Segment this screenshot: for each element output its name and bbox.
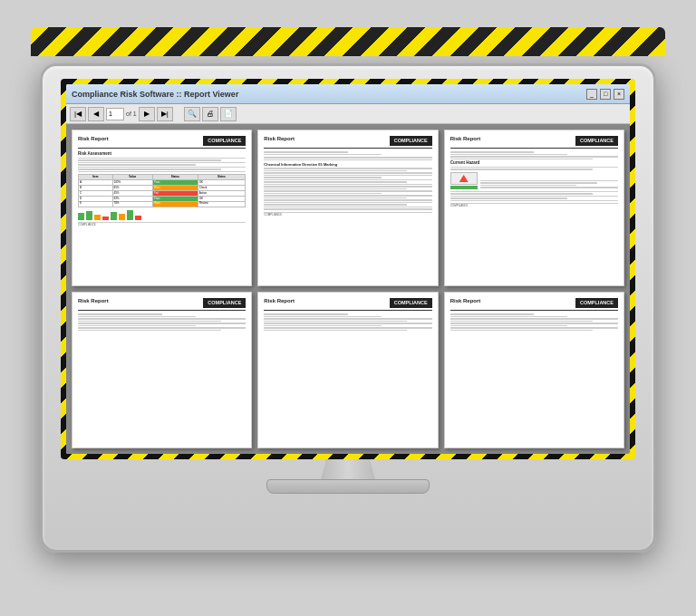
title-bar-controls: _ □ × — [586, 89, 624, 100]
report-body-4 — [78, 313, 246, 444]
maximize-button[interactable]: □ — [600, 89, 611, 100]
monitor-screen: Compliance Risk Software :: Report Viewe… — [66, 84, 630, 454]
report-title-3: Risk Report — [450, 136, 481, 143]
hazard-top-border — [31, 27, 665, 56]
report-title-2: Risk Report — [264, 136, 295, 143]
report-body-5 — [264, 313, 431, 444]
chart-area-3 — [450, 172, 618, 189]
report-table-1: ItemValueStatusNotes A100%PassOK B85%War… — [78, 174, 246, 207]
report-footer-3: COMPLIANCE — [450, 203, 618, 208]
report-footer-2: COMPLIANCE — [264, 212, 431, 217]
report-body-2: Chemical Information Directive 65 Markin… — [264, 151, 431, 282]
report-page-5: Risk Report COMPLIANCE — [257, 292, 438, 448]
report-body-6 — [450, 313, 618, 444]
export-button[interactable]: 📄 — [220, 107, 237, 121]
compliance-badge-1: COMPLIANCE — [203, 136, 246, 146]
report-body-3: Current Hazard — [450, 151, 618, 282]
compliance-badge-3: COMPLIANCE — [575, 136, 618, 146]
close-button[interactable]: × — [614, 89, 624, 100]
compliance-badge-4: COMPLIANCE — [203, 298, 246, 308]
hazard-frame: Compliance Risk Software :: Report Viewe… — [61, 79, 635, 459]
report-header-1: Risk Report COMPLIANCE — [78, 136, 246, 149]
report-header-5: Risk Report COMPLIANCE — [264, 298, 431, 311]
last-page-button[interactable]: ▶| — [157, 107, 173, 121]
app-window: Compliance Risk Software :: Report Viewe… — [66, 84, 630, 454]
report-footer-1: COMPLIANCE — [78, 222, 246, 227]
toolbar: |◀ ◀ of 1 ▶ ▶| 🔍 🖨 📄 — [66, 104, 630, 124]
report-page-2: Risk Report COMPLIANCE Chemical — [257, 130, 438, 286]
report-title-6: Risk Report — [450, 298, 481, 305]
first-page-button[interactable]: |◀ — [70, 107, 86, 121]
page-total: 1 — [133, 111, 137, 117]
report-header-3: Risk Report COMPLIANCE — [450, 136, 618, 149]
title-bar: Compliance Risk Software :: Report Viewe… — [66, 84, 630, 104]
minimize-button[interactable]: _ — [586, 89, 597, 100]
of-label: of — [126, 111, 131, 117]
report-grid: Risk Report COMPLIANCE Risk Assessment — [66, 124, 630, 454]
report-page-3: Risk Report COMPLIANCE Current Hazard — [444, 130, 624, 286]
page-input[interactable] — [106, 108, 124, 120]
scene: Compliance Risk Software :: Report Viewe… — [31, 27, 665, 589]
compliance-badge-6: COMPLIANCE — [575, 298, 618, 308]
zoom-in-button[interactable]: 🔍 — [184, 107, 200, 121]
report-title-5: Risk Report — [264, 298, 295, 305]
report-page-1: Risk Report COMPLIANCE Risk Assessment — [72, 130, 252, 286]
print-button[interactable]: 🖨 — [202, 107, 218, 121]
bar-chart-1 — [78, 209, 246, 220]
report-header-2: Risk Report COMPLIANCE — [264, 136, 431, 149]
report-header-4: Risk Report COMPLIANCE — [78, 298, 246, 311]
monitor-base — [266, 479, 430, 494]
monitor: Compliance Risk Software :: Report Viewe… — [40, 63, 656, 553]
compliance-badge-5: COMPLIANCE — [390, 298, 432, 308]
section-title-1: Risk Assessment — [78, 151, 246, 157]
report-page-4: Risk Report COMPLIANCE — [72, 292, 252, 448]
section-title-2: Chemical Information Directive 65 Markin… — [264, 162, 431, 167]
report-page-6: Risk Report COMPLIANCE — [444, 292, 624, 448]
title-bar-text: Compliance Risk Software :: Report Viewe… — [72, 90, 238, 99]
report-title-4: Risk Report — [78, 298, 109, 305]
report-header-6: Risk Report COMPLIANCE — [450, 298, 618, 311]
compliance-badge-2: COMPLIANCE — [390, 136, 432, 146]
section-title-3: Current Hazard — [450, 160, 618, 166]
next-page-button[interactable]: ▶ — [139, 107, 155, 121]
report-title-1: Risk Report — [78, 136, 109, 143]
prev-page-button[interactable]: ◀ — [88, 107, 104, 121]
monitor-stand-neck — [321, 459, 375, 479]
report-body-1: Risk Assessment ItemValue — [78, 151, 246, 282]
